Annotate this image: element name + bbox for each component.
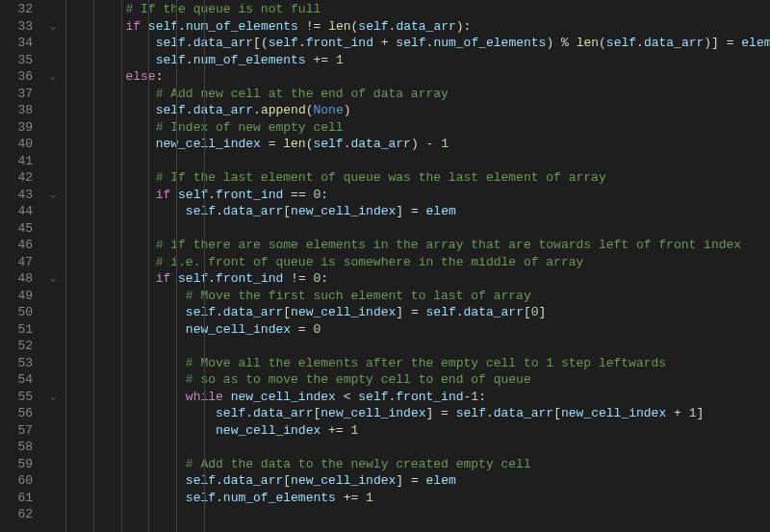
code-line[interactable]: self.num_of_elements += 1 — [65, 52, 770, 69]
fold-spacer — [46, 220, 60, 238]
fold-spacer — [46, 169, 60, 187]
code-line[interactable]: # Add new cell at the end of data array — [65, 86, 770, 103]
code-line[interactable]: new_cell_index = 0 — [65, 321, 770, 339]
code-line[interactable]: if self.front_ind == 0: — [65, 187, 770, 204]
fold-spacer — [46, 321, 60, 339]
code-line[interactable]: self.data_arr[new_cell_index] = self.dat… — [65, 405, 770, 422]
fold-spacer — [46, 371, 60, 389]
code-line[interactable] — [65, 338, 770, 355]
fold-spacer — [46, 355, 60, 372]
line-number: 45 — [0, 220, 33, 238]
fold-spacer — [46, 1, 60, 18]
fold-spacer — [46, 338, 60, 355]
fold-gutter: ⌄⌄⌄⌄⌄ — [46, 0, 60, 532]
line-number: 47 — [0, 254, 33, 271]
fold-spacer — [46, 422, 60, 440]
code-line[interactable]: self.data_arr[(self.front_ind + self.num… — [65, 35, 770, 52]
code-line[interactable] — [65, 506, 770, 523]
line-number: 59 — [0, 456, 33, 473]
code-line[interactable]: # If the last element of queue was the l… — [65, 169, 770, 187]
line-number: 41 — [0, 153, 33, 170]
code-line[interactable]: # if there are some elements in the arra… — [65, 237, 770, 254]
fold-toggle-icon[interactable]: ⌄ — [46, 68, 60, 86]
code-line[interactable]: # Index of new empty cell — [65, 119, 770, 137]
line-number: 37 — [0, 86, 33, 103]
code-line[interactable]: # Move all the elements after the empty … — [65, 355, 770, 372]
fold-spacer — [46, 86, 60, 103]
line-number: 55 — [0, 389, 33, 406]
code-line[interactable]: else: — [65, 68, 770, 86]
line-number: 40 — [0, 136, 33, 153]
line-number: 43 — [0, 187, 33, 204]
code-line[interactable]: # If the queue is not full — [65, 1, 770, 18]
code-line[interactable]: # so as to move the empty cell to end of… — [65, 371, 770, 389]
fold-spacer — [46, 456, 60, 473]
fold-spacer — [46, 237, 60, 254]
code-line[interactable]: # Move the first such element to last of… — [65, 288, 770, 305]
line-number: 34 — [0, 35, 33, 52]
code-line[interactable]: self.data_arr[new_cell_index] = self.dat… — [65, 304, 770, 321]
fold-spacer — [46, 439, 60, 456]
fold-spacer — [46, 304, 60, 321]
code-line[interactable]: if self.front_ind != 0: — [65, 270, 770, 288]
line-number: 49 — [0, 288, 33, 305]
code-line[interactable]: # Add the data to the newly created empt… — [65, 456, 770, 473]
line-number: 36 — [0, 68, 33, 86]
fold-toggle-icon[interactable]: ⌄ — [46, 18, 60, 36]
line-number: 56 — [0, 405, 33, 422]
code-line[interactable]: self.num_of_elements += 1 — [65, 490, 770, 507]
line-number: 53 — [0, 355, 33, 372]
line-number: 42 — [0, 169, 33, 187]
line-number: 48 — [0, 270, 33, 288]
fold-spacer — [46, 490, 60, 507]
line-number: 32 — [0, 1, 33, 18]
fold-spacer — [46, 119, 60, 137]
fold-toggle-icon[interactable]: ⌄ — [46, 187, 60, 204]
fold-toggle-icon[interactable]: ⌄ — [46, 389, 60, 406]
fold-spacer — [46, 153, 60, 170]
fold-spacer — [46, 288, 60, 305]
line-number: 46 — [0, 237, 33, 254]
code-line[interactable]: new_cell_index += 1 — [65, 422, 770, 440]
code-line[interactable]: self.data_arr[new_cell_index] = elem — [65, 472, 770, 490]
line-number: 38 — [0, 102, 33, 119]
fold-spacer — [46, 506, 60, 523]
fold-toggle-icon[interactable]: ⌄ — [46, 270, 60, 288]
code-line[interactable]: if self.num_of_elements != len(self.data… — [65, 18, 770, 36]
code-line[interactable] — [65, 153, 770, 170]
fold-spacer — [46, 203, 60, 220]
line-number: 60 — [0, 472, 33, 490]
line-number: 61 — [0, 490, 33, 507]
code-editor[interactable]: 3233343536373839404142434445464748495051… — [0, 0, 770, 532]
line-number: 57 — [0, 422, 33, 440]
code-line[interactable]: self.data_arr.append(None) — [65, 102, 770, 119]
code-line[interactable]: while new_cell_index < self.front_ind-1: — [65, 389, 770, 406]
line-number-gutter: 3233343536373839404142434445464748495051… — [0, 0, 46, 532]
line-number: 35 — [0, 52, 33, 69]
code-line[interactable] — [65, 439, 770, 456]
code-line[interactable]: self.data_arr[new_cell_index] = elem — [65, 203, 770, 220]
line-number: 51 — [0, 321, 33, 339]
fold-spacer — [46, 472, 60, 490]
fold-spacer — [46, 136, 60, 153]
line-number: 44 — [0, 203, 33, 220]
fold-spacer — [46, 405, 60, 422]
fold-spacer — [46, 35, 60, 52]
code-line[interactable]: # i.e. front of queue is somewhere in th… — [65, 254, 770, 271]
line-number: 62 — [0, 506, 33, 523]
code-area[interactable]: # If the queue is not full if self.num_o… — [60, 0, 770, 532]
line-number: 33 — [0, 18, 33, 36]
line-number: 52 — [0, 338, 33, 355]
fold-spacer — [46, 102, 60, 119]
fold-spacer — [46, 254, 60, 271]
code-line[interactable]: new_cell_index = len(self.data_arr) - 1 — [65, 136, 770, 153]
line-number: 58 — [0, 439, 33, 456]
code-line[interactable] — [65, 220, 770, 238]
line-number: 54 — [0, 371, 33, 389]
fold-spacer — [46, 52, 60, 69]
line-number: 50 — [0, 304, 33, 321]
line-number: 39 — [0, 119, 33, 137]
